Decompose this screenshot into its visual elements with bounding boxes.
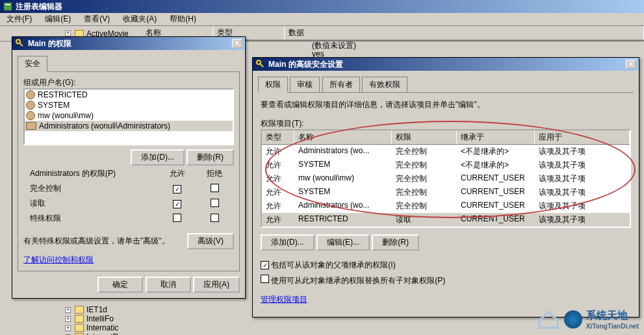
table-row[interactable]: 允许 mw (wonuli\mw) 完全控制 CURRENT_USER 该项及其… <box>262 172 630 186</box>
cell-perm: 读取 <box>392 214 457 226</box>
tab-permissions[interactable]: 权限 <box>258 77 288 93</box>
user-name: Administrators (wonuli\Administrators) <box>39 121 170 130</box>
expand-icon[interactable]: + <box>65 325 71 331</box>
inherit-checkbox-row[interactable]: 包括可从该对象的父项继承的权限(I) <box>261 260 396 269</box>
cell-type: 允许 <box>262 214 294 226</box>
deny-checkbox[interactable] <box>211 184 219 192</box>
adv-col-type[interactable]: 类型 <box>262 130 294 144</box>
list-item[interactable]: SYSTEM <box>25 100 233 110</box>
close-button[interactable]: × <box>626 60 636 69</box>
cell-name: SYSTEM <box>294 186 392 199</box>
tab-security[interactable]: 安全 <box>18 56 47 72</box>
cell-inherit: CURRENT_USER <box>457 173 535 185</box>
cancel-button[interactable]: 取消 <box>146 277 191 293</box>
table-row[interactable]: 允许 SYSTEM 完全控制 <不是继承的> 该项及其子项 <box>262 158 630 172</box>
cell-name: SYSTEM <box>294 159 392 171</box>
svg-line-3 <box>19 43 23 46</box>
adv-col-name[interactable]: 名称 <box>294 130 392 144</box>
tab-audit[interactable]: 审核 <box>290 77 320 92</box>
adv-col-apply[interactable]: 应用于 <box>535 130 630 144</box>
deny-checkbox[interactable] <box>211 214 219 222</box>
checkbox-icon[interactable] <box>261 261 269 269</box>
adv-titlebar[interactable]: Main 的高级安全设置 × <box>253 58 639 71</box>
tree-item-intellifor[interactable]: +IntelliFo <box>65 314 123 323</box>
cell-apply: 该项及其子项 <box>535 214 630 226</box>
watermark-logo: 系统天地 XiTongTianDi.net <box>537 309 639 330</box>
permission-entries-list[interactable]: 类型 名称 权限 继承于 应用于 允许 Administrators (wo..… <box>261 129 631 228</box>
cell-apply: 该项及其子项 <box>535 159 630 171</box>
deny-checkbox[interactable] <box>211 199 219 207</box>
cell-perm: 完全控制 <box>392 159 457 171</box>
cell-perm: 完全控制 <box>392 200 457 212</box>
cell-inherit: <不是继承的> <box>457 145 535 158</box>
allow-checkbox[interactable] <box>173 185 181 193</box>
menu-fav[interactable]: 收藏夹(A) <box>119 12 161 26</box>
user-name: RESTRICTED <box>38 90 88 99</box>
ok-button[interactable]: 确定 <box>97 277 143 293</box>
expand-icon[interactable]: + <box>65 316 71 322</box>
table-row[interactable]: 允许 SYSTEM 完全控制 CURRENT_USER 该项及其子项 <box>262 186 630 199</box>
permissions-dialog: Main 的权限 × 安全 组或用户名(G): RESTRICTEDSYSTEM… <box>12 36 246 299</box>
close-button[interactable]: × <box>232 39 242 48</box>
tree-item-internetre[interactable]: +InternetRe <box>65 332 123 335</box>
learn-link[interactable]: 了解访问控制和权限 <box>23 255 94 264</box>
expand-icon[interactable]: + <box>65 307 71 313</box>
table-row[interactable]: 允许 Administrators (wo... 完全控制 <不是继承的> 该项… <box>262 145 630 158</box>
tree-item-iet1d[interactable]: +IET1d <box>65 305 123 314</box>
user-icon <box>26 90 35 99</box>
col-data[interactable]: 数据 <box>285 26 644 40</box>
cell-type: 允许 <box>262 186 294 199</box>
replace-checkbox-row[interactable]: 使用可从此对象继承的权限替换所有子对象权限(P) <box>261 276 445 285</box>
list-item[interactable]: RESTRICTED <box>25 90 233 100</box>
key-icon <box>255 59 266 69</box>
adv-col-perm[interactable]: 权限 <box>392 130 457 144</box>
manage-link[interactable]: 管理权限项目 <box>261 295 307 304</box>
tab-owner[interactable]: 所有者 <box>322 77 360 92</box>
menu-file[interactable]: 文件(F) <box>3 12 36 26</box>
folder-icon <box>75 306 84 314</box>
cell-type: 允许 <box>262 145 294 158</box>
allow-checkbox[interactable] <box>173 200 181 208</box>
key-icon <box>15 38 25 49</box>
menu-view[interactable]: 查看(V) <box>80 12 114 26</box>
adv-col-inherit[interactable]: 继承于 <box>457 130 535 144</box>
globe-icon <box>564 310 582 329</box>
users-listbox[interactable]: RESTRICTEDSYSTEMmw (wonuli\mw)Administra… <box>23 88 234 145</box>
perm-for-label: Administrators 的权限(P) <box>25 167 158 180</box>
advanced-button[interactable]: 高级(V) <box>187 233 234 249</box>
col-allow: 允许 <box>159 167 195 180</box>
cell-name: mw (wonuli\mw) <box>294 173 392 185</box>
list-item[interactable]: mw (wonuli\mw) <box>25 110 233 121</box>
remove-button[interactable]: 删除(R) <box>187 149 234 166</box>
table-row[interactable]: 允许 Administrators (wo... 完全控制 CURRENT_US… <box>262 199 630 213</box>
svg-rect-1 <box>5 4 10 5</box>
menu-help[interactable]: 帮助(H) <box>166 12 200 26</box>
table-row[interactable]: 允许 RESTRICTED 读取 CURRENT_USER 该项及其子项 <box>262 213 630 227</box>
perm-titlebar[interactable]: Main 的权限 × <box>12 37 245 50</box>
adv-add-button[interactable]: 添加(D)... <box>261 234 315 251</box>
allow-checkbox[interactable] <box>173 214 181 222</box>
apply-button[interactable]: 应用(A) <box>193 277 240 293</box>
group-users-label: 组或用户名(G): <box>23 77 234 88</box>
regedit-title: 注册表编辑器 <box>16 1 641 12</box>
perm-name: 读取 <box>25 197 158 210</box>
cell-perm: 完全控制 <box>392 173 457 185</box>
checkbox-icon[interactable] <box>261 275 269 283</box>
svg-rect-0 <box>4 3 12 10</box>
adv-description: 要查看或编辑权限项目的详细信息，请选择该项目并单击"编辑"。 <box>261 99 631 110</box>
user-name: mw (wonuli\mw) <box>38 111 94 120</box>
special-text: 有关特殊权限或高级设置，请单击"高级"。 <box>23 236 182 247</box>
perm-title: Main 的权限 <box>28 38 232 49</box>
add-button[interactable]: 添加(D)... <box>131 149 185 166</box>
tab-effective[interactable]: 有效权限 <box>362 77 407 92</box>
user-icon <box>26 111 35 120</box>
menu-edit[interactable]: 编辑(E) <box>41 12 75 26</box>
tree-item-internatic[interactable]: +Internatic <box>65 323 123 332</box>
entries-label: 权限项目(T): <box>261 118 631 129</box>
adv-edit-button[interactable]: 编辑(E)... <box>316 234 370 251</box>
cell-apply: 该项及其子项 <box>535 186 630 199</box>
adv-remove-button[interactable]: 删除(R) <box>372 234 419 251</box>
list-item[interactable]: Administrators (wonuli\Administrators) <box>25 121 233 131</box>
expand-icon[interactable]: + <box>65 31 71 36</box>
cell-apply: 该项及其子项 <box>535 173 630 185</box>
